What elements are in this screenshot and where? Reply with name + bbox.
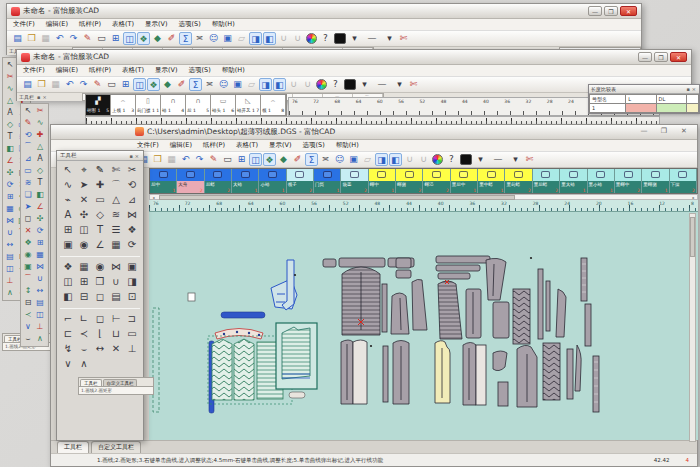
b-icon[interactable]: ◨ [124, 275, 140, 290]
g-icon[interactable]: ✣ [76, 208, 92, 223]
r-icon[interactable]: ▭ [124, 327, 140, 342]
close-panel-icon[interactable]: × [691, 86, 697, 92]
help-icon[interactable]: ? [319, 32, 332, 45]
tool-icon[interactable]: ↖ [22, 105, 34, 117]
r-icon[interactable]: ✂ [124, 163, 140, 178]
view-split-icon[interactable]: ◫ [123, 32, 136, 45]
b-icon[interactable]: ⌒ [108, 178, 124, 193]
template-cell-袖[interactable]: ∩袖 14 [161, 95, 186, 115]
tool-icon[interactable]: ✂ [34, 105, 46, 117]
view-split-icon[interactable]: ◫ [249, 153, 262, 166]
tool-icon[interactable]: ▣ [22, 261, 34, 273]
pattern-piece-cell-里帽侧[interactable]: 里帽侧1 [642, 169, 669, 193]
menu-item-5[interactable]: 选项(S) [303, 141, 325, 150]
b-icon[interactable]: ◫ [76, 223, 92, 238]
pattern-piece-cell-大袖[interactable]: 大袖1 [232, 169, 259, 193]
plot-board-icon[interactable]: ▣ [347, 153, 360, 166]
r-icon[interactable]: ∨ [60, 357, 76, 372]
tool-icon[interactable]: ∨ [22, 321, 34, 333]
b-icon[interactable]: ☰ [108, 223, 124, 238]
undo-icon[interactable]: ↶ [63, 78, 76, 91]
model-manager-icon[interactable]: ☺ [333, 153, 346, 166]
g-icon[interactable]: ∿ [60, 178, 76, 193]
pattern-piece-cell-领子[interactable]: 领子2 [287, 169, 314, 193]
fill-tool-icon[interactable]: ◆ [151, 32, 164, 45]
redo-icon[interactable]: ↷ [67, 32, 80, 45]
tab-custom-toolbar[interactable]: 自定义工具栏 [103, 379, 137, 386]
pattern-piece-cell-下摆[interactable]: 下摆2 [670, 169, 697, 193]
compare-panel-titlebar[interactable]: 长度比较表 ▪ × [589, 85, 699, 94]
menu-item-3[interactable]: 表格(T) [112, 20, 134, 29]
pen-tool-icon[interactable]: ✎ [91, 78, 104, 91]
design-canvas[interactable] [149, 212, 698, 440]
plot-board-icon[interactable]: ▣ [231, 78, 244, 91]
plot-icon[interactable]: ◨ [249, 32, 262, 45]
color-swatch-icon[interactable] [460, 154, 472, 165]
tool-icon[interactable]: ⟳ [34, 225, 46, 237]
pattern-piece-cell-里后幅[interactable]: 里后幅2 [533, 169, 560, 193]
tool-icon[interactable]: ↖ [4, 59, 16, 71]
tool-icon[interactable]: ⋈ [34, 261, 46, 273]
r-icon[interactable]: ∠ [92, 238, 108, 253]
pattern-piece-cell-门筒[interactable]: 门筒1 [314, 169, 341, 193]
pattern-piece-cell-后幅[interactable]: 后幅2 [205, 169, 232, 193]
swatch-dropdown-icon[interactable]: ▾ [358, 78, 371, 91]
eraser-icon[interactable]: ✄ [407, 78, 420, 91]
g-icon[interactable]: ⊞ [60, 223, 76, 238]
tool-icon[interactable]: ⋈ [4, 215, 16, 227]
pattern-piece-cell-袋盖[interactable]: 袋盖2 [341, 169, 368, 193]
b-icon[interactable]: ◉ [92, 260, 108, 275]
tool-icon[interactable]: ▦ [34, 249, 46, 261]
k-icon[interactable]: ≺ [76, 327, 92, 342]
color-wheel-icon[interactable] [306, 33, 317, 44]
menu-item-2[interactable]: 纸样(P) [89, 66, 111, 75]
save-file-icon[interactable]: ▦ [165, 153, 178, 166]
view-split-icon[interactable]: ◫ [133, 78, 146, 91]
pattern-table-icon[interactable]: ⊞ [235, 153, 248, 166]
titlebar-1[interactable]: 未命名 - 富怡服装CAD — ❐ ✕ [7, 4, 641, 19]
compare-tool-icon[interactable]: ≍ [203, 78, 216, 91]
line-dropdown-icon[interactable]: ▾ [383, 32, 396, 45]
pattern-piece-cell-里大袖[interactable]: 里大袖1 [560, 169, 587, 193]
r-icon[interactable]: ↔ [92, 342, 108, 357]
open-file-icon[interactable]: ❒ [35, 78, 48, 91]
plot-icon[interactable]: ◨ [259, 78, 272, 91]
close-panel-icon[interactable]: × [41, 94, 47, 100]
color-swatch-icon[interactable] [334, 33, 346, 44]
b-icon[interactable]: ⌖ [76, 163, 92, 178]
tool-icon[interactable]: △ [34, 141, 46, 153]
redo-icon[interactable]: ↷ [193, 153, 206, 166]
menu-item-3[interactable]: 表格(T) [122, 66, 144, 75]
pattern-table-icon[interactable]: ⊞ [119, 78, 132, 91]
tool-icon[interactable]: ↔ [34, 285, 46, 297]
b-icon[interactable]: ⊞ [76, 275, 92, 290]
menu-item-1[interactable]: 编辑(E) [170, 141, 192, 150]
tool-icon[interactable]: ✣ [34, 213, 46, 225]
scroll-right-icon[interactable]: ▸ [690, 195, 697, 200]
g-icon[interactable]: ⟲ [124, 178, 140, 193]
menu-item-6[interactable]: 帮助(H) [222, 66, 245, 75]
tool-icon[interactable]: ◫ [4, 263, 16, 275]
pattern-piece[interactable] [435, 256, 599, 412]
tool-icon[interactable]: ▭ [22, 165, 34, 177]
color-wheel-icon[interactable] [432, 154, 443, 165]
tool-icon[interactable]: ≺ [22, 309, 34, 321]
g-icon[interactable]: ❖ [124, 223, 140, 238]
r-icon[interactable]: ∟ [76, 312, 92, 327]
show-pattern-icon[interactable]: ❖ [137, 32, 150, 45]
minimize-button[interactable]: — [638, 52, 652, 62]
b-icon[interactable]: ❖ [60, 260, 76, 275]
menu-item-0[interactable]: 文件(F) [23, 66, 45, 75]
tool-icon[interactable]: ✚ [34, 129, 46, 141]
pattern-piece-cell-帽中[interactable]: 帽中1 [369, 169, 396, 193]
new-file-icon[interactable]: ▤ [21, 78, 34, 91]
template-cell-领[interactable]: ⌢领 18 [261, 95, 286, 115]
tab-toolbar[interactable]: 工具栏 [80, 379, 102, 386]
template-cell-褶图[interactable]: ▞褶图 15 [86, 95, 111, 115]
b-icon[interactable]: ⋈ [108, 260, 124, 275]
tool-icon[interactable]: T [4, 131, 16, 143]
g-icon[interactable]: ≋ [108, 208, 124, 223]
fill-tool-icon[interactable]: ◆ [161, 78, 174, 91]
pattern-table-icon[interactable]: ⊞ [109, 32, 122, 45]
tool-icon[interactable]: ⌒ [22, 141, 34, 153]
